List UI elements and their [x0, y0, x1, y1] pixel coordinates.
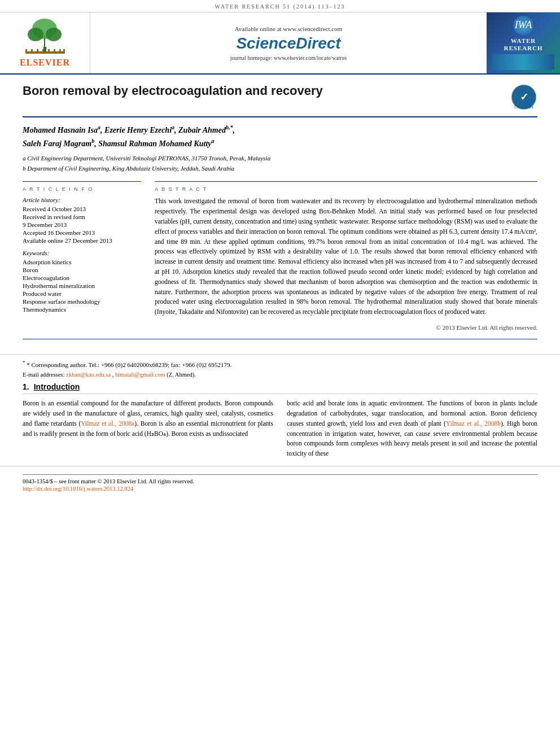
page-footer: 0043-1354/$ – see front matter © 2013 El…	[0, 466, 560, 495]
history-online: Available online 27 December 2013	[23, 237, 141, 244]
journal-homepage-text: journal homepage: www.elsevier.com/locat…	[230, 55, 347, 61]
author1-sup: a	[98, 124, 100, 130]
elsevier-label: ELSEVIER	[20, 58, 70, 68]
history-received: Received 4 October 2013	[23, 206, 141, 212]
article-history-label: Article history:	[23, 196, 141, 203]
keywords-label: Keywords:	[23, 250, 141, 256]
svg-rect-13	[63, 49, 65, 54]
article-title-row: Boron removal by electrocoagulation and …	[23, 84, 537, 117]
email-note: (Z. Ahmed).	[167, 372, 196, 378]
elsevier-tree-icon	[20, 19, 71, 55]
keyword-5: Produced water	[23, 290, 141, 297]
wr-emblem-icon: IWA	[513, 16, 533, 35]
email-label: E-mail addresses:	[23, 372, 64, 378]
ref-yilmaz-2008b[interactable]: Yilmaz et al., 2008b	[446, 420, 501, 427]
crossmark-icon[interactable]: ✓ CrossMark	[510, 84, 537, 111]
sciencedirect-center: Available online at www.sciencedirect.co…	[90, 12, 487, 73]
abstract-text: This work investigated the removal of bo…	[155, 196, 537, 317]
available-online-text: Available online at www.sciencedirect.co…	[235, 25, 343, 32]
author5-name: Shamsul Rahman Mohamed Kutty	[98, 139, 211, 148]
section-number: 1.	[23, 382, 29, 391]
abstract-column: A B S T R A C T This work investigated t…	[155, 181, 537, 331]
svg-rect-11	[54, 49, 55, 54]
and-word: and	[428, 410, 438, 417]
svg-text:CrossMark: CrossMark	[514, 105, 533, 109]
top-banner: ELSEVIER Available online at www.science…	[0, 12, 560, 75]
water-research-banner: IWA WATER RESEARCH	[487, 12, 560, 73]
footer-copyright-text: 0043-1354/$ – see front matter © 2013 El…	[23, 478, 537, 484]
footer-doi-link[interactable]: http://dx.doi.org/10.1016/j.watres.2013.…	[23, 486, 133, 492]
wr-image-decoration	[492, 54, 554, 70]
article-info-heading: A R T I C L E I N F O	[23, 186, 141, 192]
email-info: E-mail addresses: zkhan@kau.edu.sa , him…	[23, 372, 537, 378]
section-title-row: 1. Introduction	[23, 382, 537, 394]
svg-point-4	[46, 28, 62, 41]
author5-sup: a	[211, 138, 214, 144]
authors: Mohamed Hasnain Isaa, Ezerie Henry Ezech…	[23, 123, 537, 150]
author3-sup: b,*	[226, 124, 233, 130]
ref-yilmaz-2008a[interactable]: Yilmaz et al., 2008a	[81, 420, 134, 427]
sciencedirect-logo: ScienceDirect	[236, 34, 340, 53]
article-divider	[23, 339, 537, 339]
keyword-7: Thermodynamics	[23, 306, 141, 313]
affiliation-a: a Civil Engineering Department, Universi…	[23, 154, 537, 164]
wr-logo-text: WATER RESEARCH	[504, 37, 542, 52]
history-revised-date: 9 December 2013	[23, 221, 141, 228]
copyright-line: © 2013 Elsevier Ltd. All rights reserved…	[155, 322, 537, 331]
author3-name: Zubair Ahmed	[178, 126, 226, 134]
article-info-abstract-section: A R T I C L E I N F O Article history: R…	[23, 181, 537, 331]
article-title: Boron removal by electrocoagulation and …	[23, 84, 501, 98]
svg-rect-10	[48, 49, 50, 54]
keyword-4: Hydrothermal mineralization	[23, 282, 141, 289]
corresponding-tel: Tel.: +966 (0)2 6402000x68239; fax: +966…	[88, 361, 231, 368]
article-info-column: A R T I C L E I N F O Article history: R…	[23, 181, 141, 331]
svg-point-3	[28, 28, 43, 41]
author4-sup: b	[91, 138, 94, 144]
footer-doi: http://dx.doi.org/10.1016/j.watres.2013.…	[23, 486, 537, 492]
introduction-section: 1. Introduction Boron is an essential co…	[0, 382, 560, 459]
svg-rect-7	[31, 49, 33, 54]
svg-rect-8	[37, 49, 38, 54]
author4-name: Saleh Faraj Magram	[23, 139, 91, 148]
abstract-heading: A B S T R A C T	[155, 186, 537, 192]
corresponding-author-info: * * Corresponding author. Tel.: +966 (0)…	[23, 359, 537, 369]
author2-sup: a	[172, 124, 174, 130]
journal-header: WATER RESEARCH 51 (2014) 113–123	[0, 0, 560, 12]
keyword-1: Adsorption kinetics	[23, 259, 141, 265]
intro-two-col: Boron is an essential compound for the m…	[23, 399, 537, 459]
svg-rect-6	[25, 49, 27, 54]
keyword-6: Response surface methodology	[23, 298, 141, 305]
section-title-text: Introduction	[34, 382, 80, 391]
keyword-3: Electrocoagulation	[23, 274, 141, 281]
history-revised-label: Received in revised form	[23, 213, 141, 220]
keywords-list: Adsorption kinetics Boron Electrocoagula…	[23, 259, 141, 313]
intro-right-col: boric acid and borate ions in aquatic en…	[287, 399, 537, 459]
author1-name: Mohamed Hasnain Isa	[23, 126, 98, 134]
article-content: Boron removal by electrocoagulation and …	[0, 75, 560, 354]
footer-divider	[23, 474, 537, 475]
email1-link[interactable]: zkhan@kau.edu.sa	[66, 372, 111, 378]
affiliations: a Civil Engineering Department, Universi…	[23, 154, 537, 173]
svg-rect-9	[42, 49, 44, 54]
corresponding-author-section: * * Corresponding author. Tel.: +966 (0)…	[0, 354, 560, 382]
elsevier-logo: ELSEVIER	[0, 12, 90, 73]
email2-link[interactable]: himatali@gmail.com	[115, 372, 165, 378]
svg-rect-12	[59, 49, 61, 54]
keyword-2: Boron	[23, 267, 141, 273]
svg-text:✓: ✓	[520, 91, 528, 103]
corresponding-label: * Corresponding author.	[27, 361, 87, 368]
author2-name: Ezerie Henry Ezechi	[104, 126, 172, 134]
history-accepted: Accepted 16 December 2013	[23, 229, 141, 236]
intro-left-col: Boron is an essential compound for the m…	[23, 399, 273, 459]
affiliation-b: b Department of Civil Engineering, King …	[23, 164, 537, 174]
